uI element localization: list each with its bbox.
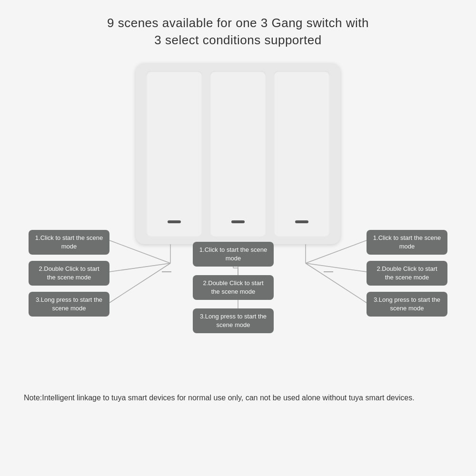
label-left-3: 3.Long press to start the scene mode [29,292,109,317]
label-left-2: 2.Double Click to start the scene mode [29,261,109,286]
diagram-area: 1.Click to start the scene mode 2.Double… [24,63,452,387]
label-center-1: 1.Click to start the scene mode [193,242,274,267]
switch-indicator-center [231,220,245,223]
label-center-2: 2.Double Click to start the scene mode [193,275,274,300]
switch-button-right[interactable] [274,71,330,237]
page-title: 9 scenes available for one 3 Gang switch… [107,14,369,49]
svg-line-2 [109,263,170,272]
svg-line-15 [306,263,367,303]
switch-button-left[interactable] [146,71,202,237]
switch-device [136,63,340,244]
label-right-1: 1.Click to start the scene mode [367,230,447,255]
switch-button-center[interactable] [210,71,266,237]
note-text: Note:Intelligent linkage to tuya smart d… [24,392,452,404]
label-right-3: 3.Long press to start the scene mode [367,292,447,317]
label-right-2: 2.Double Click to start the scene mode [367,261,447,286]
svg-line-14 [306,263,367,272]
switch-indicator-left [168,220,181,223]
label-left-1: 1.Click to start the scene mode [29,230,109,255]
page-container: 9 scenes available for one 3 Gang switch… [0,0,476,476]
label-center-3: 3.Long press to start the scene mode [193,308,274,333]
svg-line-3 [109,263,170,303]
switch-indicator-right [295,220,308,223]
